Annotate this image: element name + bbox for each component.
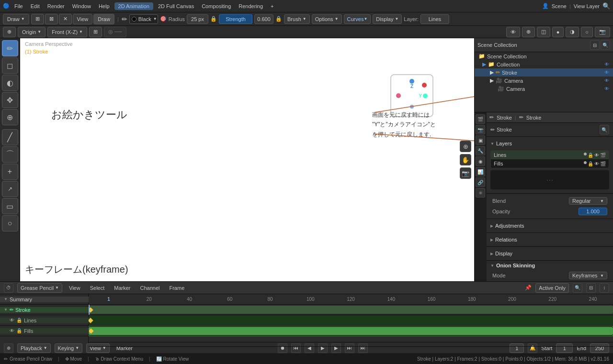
strength-value[interactable]: 0.600 <box>254 14 273 24</box>
filter-btn[interactable]: ⊟ <box>590 40 600 50</box>
camera-icon[interactable]: 📷 <box>460 167 471 179</box>
strength-btn[interactable]: Strength <box>219 14 252 24</box>
viewport-controls[interactable]: 👁 <box>506 27 520 37</box>
timeline-frame-btn[interactable]: Frame <box>166 284 187 292</box>
material-mode[interactable]: ◑ <box>566 27 579 37</box>
timeline-sort-btn[interactable]: ↕ <box>600 283 609 293</box>
outliner-scene-collection[interactable]: 📁 Scene Collection <box>475 52 613 60</box>
camera-view-btn[interactable]: 📷 <box>595 27 610 37</box>
opacity-value[interactable]: 1.000 <box>579 208 607 215</box>
layers-section-header[interactable]: ▼ Layers <box>487 139 613 148</box>
layer-lock-icon[interactable]: 🔒 <box>588 153 593 158</box>
timeline-mode-icon[interactable]: ⏱ <box>4 283 13 293</box>
summary-track-body[interactable] <box>89 305 613 315</box>
icon-btn-3[interactable]: ✕ <box>59 14 72 24</box>
onion-mode-value[interactable]: Keyframes ▼ <box>569 272 607 279</box>
stroke-track-body[interactable] <box>89 315 613 326</box>
menu-window[interactable]: Window <box>69 2 94 10</box>
fills-camera-icon[interactable]: 🎬 <box>600 161 606 166</box>
relations-header[interactable]: ▶ Relations <box>487 235 613 244</box>
display-header[interactable]: ▶ Display <box>487 249 613 258</box>
layer-fills[interactable]: Fills 🔒 👁 🎬 <box>491 159 609 168</box>
keying-btn[interactable]: Keying ▼ <box>55 343 83 353</box>
scene-props-icon[interactable]: 🎬 <box>476 114 485 124</box>
fill-tool[interactable]: ◐ <box>2 75 18 91</box>
front-xz-btn[interactable]: Front (X-Z) ▼ <box>47 27 87 37</box>
timeline-view-btn[interactable]: View <box>66 284 83 292</box>
view-btn[interactable]: View <box>73 14 93 24</box>
timeline-filter-btn[interactable]: ⊟ <box>586 283 596 293</box>
outliner-camera[interactable]: ▶ 🎥 Camera 👁 <box>475 77 613 85</box>
playhead[interactable] <box>89 305 90 315</box>
tab-rendering[interactable]: Rendering <box>236 2 266 10</box>
timeline-select-btn[interactable]: Select <box>87 284 108 292</box>
cursor-tool[interactable]: ⊕ <box>2 109 18 125</box>
gp-dropdown[interactable]: Grease Pencil ▼ <box>17 283 62 293</box>
timeline-channel-btn[interactable]: Channel <box>137 284 162 292</box>
menu-file[interactable]: File <box>11 2 26 10</box>
lock-icon-fills[interactable]: 🔒 <box>16 328 22 333</box>
outliner-collection[interactable]: ▶ 📁 Collection 👁 <box>475 60 613 68</box>
physics-props-icon[interactable]: ⚛ <box>476 188 485 198</box>
icon-btn-1[interactable]: ⊞ <box>31 14 44 24</box>
render-props-icon[interactable]: 📷 <box>476 125 485 134</box>
draw-mode-btn[interactable]: Draw ▼ <box>3 14 29 24</box>
curve-tool-2[interactable]: ⌒ <box>2 146 18 163</box>
display-dropdown[interactable]: Display ▼ <box>373 14 402 24</box>
layer-lines[interactable]: Lines 🔒 👁 🎬 <box>491 151 609 159</box>
brush-dropdown[interactable]: Brush ▼ <box>284 14 310 24</box>
onion-skinning-header[interactable]: ▼ Onion Skinning <box>487 261 613 270</box>
eye-icon-lines[interactable]: 👁 <box>10 318 14 323</box>
canvas-area[interactable]: Camera Perspective (1) Stroke お絵かきツール Z <box>20 38 474 281</box>
playback-btn[interactable]: Playback ▼ <box>17 343 51 353</box>
layer-camera-icon[interactable]: 🎬 <box>600 153 606 158</box>
adjustments-header[interactable]: ▶ Adjustments <box>487 221 613 231</box>
lock-icon[interactable]: 🔒 <box>210 16 217 22</box>
color-swatch[interactable]: Black ▼ <box>129 14 158 24</box>
data-props-icon[interactable]: 📊 <box>476 167 485 176</box>
object-props-icon[interactable]: ▣ <box>476 135 485 145</box>
lines-track-body[interactable] <box>89 326 613 336</box>
hand-icon[interactable]: ✋ <box>460 154 471 165</box>
curve-tool-1[interactable]: ╱ <box>2 129 18 145</box>
render-mode[interactable]: ○ <box>581 27 593 37</box>
options-dropdown[interactable]: Options ▼ <box>312 14 342 24</box>
add-point-tool[interactable]: + <box>2 164 18 180</box>
constraint-props-icon[interactable]: 🔗 <box>476 177 485 187</box>
draw-pencil-tool[interactable]: ✏ <box>2 40 18 56</box>
menu-render[interactable]: Render <box>45 2 68 10</box>
material-props-icon[interactable]: ◉ <box>476 156 485 166</box>
tab-compositing[interactable]: Compositing <box>199 2 234 10</box>
circle-tool[interactable]: ○ <box>2 215 18 232</box>
curve-tool-3[interactable]: ↗ <box>2 181 18 197</box>
menu-edit[interactable]: Edit <box>28 2 43 10</box>
add-tab-btn[interactable]: + <box>268 2 276 10</box>
proportional-edit-btn[interactable]: ◎ ── <box>104 27 126 37</box>
grid-btn[interactable]: ⊞ <box>89 27 102 37</box>
search-outliner-btn[interactable]: 🔍 <box>601 40 610 50</box>
props-search-btn[interactable]: 🔍 <box>600 125 609 134</box>
outliner-stroke[interactable]: ▶ ✏ Stroke 👁 <box>475 68 613 77</box>
active-only-btn[interactable]: Active Only <box>535 283 569 293</box>
menu-help[interactable]: Help <box>96 2 113 10</box>
erase-tool[interactable]: ◻ <box>2 57 18 74</box>
strength-lock-icon[interactable]: 🔒 <box>275 16 282 22</box>
color-picker-icon[interactable]: 🎯 <box>160 16 167 22</box>
fills-eye-icon[interactable]: 👁 <box>594 161 599 166</box>
layer-eye-icon[interactable]: 👁 <box>594 153 599 158</box>
search-icon[interactable]: 🔍 <box>602 2 610 10</box>
icon-btn-2[interactable]: ⊠ <box>45 14 58 24</box>
rect-tool[interactable]: ▭ <box>2 198 18 214</box>
tab-2dfullcanvas[interactable]: 2D Full Canvas <box>155 2 197 10</box>
draw-btn[interactable]: Draw <box>93 14 114 24</box>
xray-btn[interactable]: ◫ <box>537 27 550 37</box>
navigate-icon[interactable]: ⊕ <box>460 141 471 152</box>
outliner-camera2[interactable]: 🎥 Camera 👁 <box>475 85 613 93</box>
mode-2d-animation[interactable]: 2D Animation <box>114 2 153 10</box>
fills-track-body[interactable] <box>89 336 613 347</box>
curves-btn[interactable]: Curves ▼ <box>344 14 371 24</box>
lock-icon-lines[interactable]: 🔒 <box>16 318 22 323</box>
transform-mode-btn[interactable]: ⊕ <box>3 27 16 37</box>
viewport-overlay-btn[interactable]: ⊕ <box>522 27 535 37</box>
modifier-props-icon[interactable]: 🔧 <box>476 146 485 155</box>
